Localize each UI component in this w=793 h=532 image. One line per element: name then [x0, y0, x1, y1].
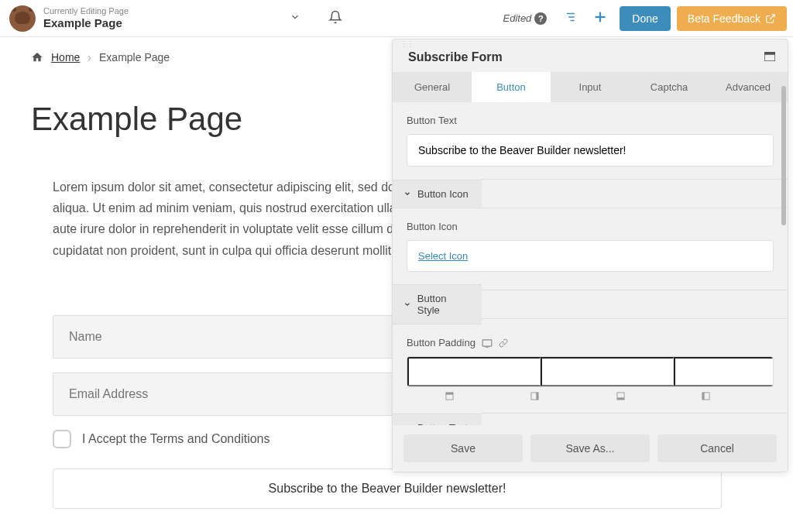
terms-checkbox[interactable] — [53, 430, 71, 448]
svg-rect-20 — [702, 393, 705, 400]
svg-rect-11 — [482, 339, 492, 345]
breadcrumb-current: Example Page — [99, 51, 170, 63]
tab-advanced[interactable]: Advanced — [709, 72, 788, 102]
panel-body: Button Text Button Icon Button Icon Sele… — [393, 102, 788, 425]
notifications-bell-icon[interactable] — [322, 4, 348, 33]
done-button[interactable]: Done — [620, 6, 670, 31]
padding-right-input[interactable] — [541, 357, 674, 386]
beta-feedback-button[interactable]: Beta Feedback — [677, 6, 787, 31]
button-icon-label: Button Icon — [407, 221, 774, 232]
subscribe-button[interactable]: Subscribe to the Beaver Builder newslett… — [53, 469, 722, 509]
padding-bottom-icon — [578, 392, 664, 400]
panel-header: Subscribe Form — [393, 47, 788, 72]
panel-title: Subscribe Form — [408, 50, 503, 64]
svg-line-8 — [770, 14, 774, 19]
responsive-icon[interactable] — [482, 338, 493, 348]
beaver-logo-icon — [9, 5, 36, 32]
breadcrumb-home[interactable]: Home — [51, 51, 80, 63]
external-link-icon — [765, 13, 776, 24]
panel-tabs: General Button Input Captcha Advanced — [393, 72, 788, 102]
page-title-small: Example Page — [43, 16, 129, 30]
settings-panel: Subscribe Form General Button Input Capt… — [392, 39, 788, 472]
button-padding-label: Button Padding — [407, 337, 774, 348]
save-button[interactable]: Save — [403, 434, 523, 462]
top-toolbar: Currently Editing Page Example Page Edit… — [0, 0, 793, 37]
page-title-area[interactable]: Currently Editing Page Example Page — [43, 6, 129, 30]
padding-grid: px — [407, 356, 774, 387]
editing-label: Currently Editing Page — [43, 6, 129, 16]
padding-bottom-input[interactable] — [674, 357, 774, 386]
save-as-button[interactable]: Save As... — [530, 434, 650, 462]
tab-button[interactable]: Button — [472, 72, 551, 102]
panel-footer: Save Save As... Cancel — [393, 425, 788, 472]
svg-rect-16 — [537, 393, 539, 400]
feedback-label: Beta Feedback — [688, 12, 760, 25]
home-icon — [31, 51, 43, 63]
section-button-style[interactable]: Button Style — [393, 284, 482, 324]
select-icon-link[interactable]: Select Icon — [407, 240, 774, 272]
tab-input[interactable]: Input — [551, 72, 630, 102]
cancel-button[interactable]: Cancel — [657, 434, 777, 462]
outline-icon[interactable] — [558, 5, 581, 31]
button-text-label: Button Text — [407, 115, 774, 126]
help-icon[interactable]: ? — [534, 12, 547, 25]
title-chevron-down-icon[interactable] — [283, 5, 307, 31]
padding-left-icon — [664, 392, 750, 400]
section-button-text[interactable]: Button Text — [393, 414, 482, 426]
link-icon[interactable] — [499, 338, 508, 348]
svg-rect-14 — [446, 393, 453, 395]
panel-drag-handle[interactable] — [393, 39, 788, 47]
padding-right-icon — [493, 392, 578, 400]
padding-top-input[interactable] — [407, 357, 541, 386]
breadcrumb-separator: › — [88, 51, 91, 63]
edited-status: Edited — [503, 12, 531, 24]
chevron-down-icon — [403, 300, 411, 308]
terms-label: I Accept the Terms and Conditions — [82, 432, 270, 446]
tab-general[interactable]: General — [393, 72, 472, 102]
button-text-input[interactable] — [407, 134, 774, 166]
svg-rect-10 — [764, 54, 775, 61]
section-button-icon[interactable]: Button Icon — [393, 180, 482, 208]
panel-scrollbar[interactable] — [781, 86, 786, 225]
svg-rect-18 — [617, 397, 624, 400]
add-module-plus-icon[interactable] — [587, 4, 613, 33]
tab-captcha[interactable]: Captcha — [630, 72, 709, 102]
chevron-down-icon — [403, 190, 411, 197]
panel-maximize-icon[interactable] — [764, 51, 775, 63]
padding-top-icon — [407, 392, 493, 400]
